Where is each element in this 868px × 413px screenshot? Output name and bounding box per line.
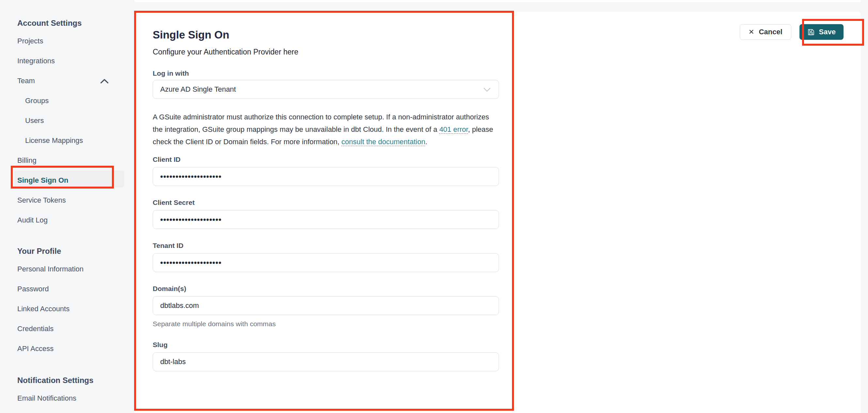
settings-sidebar: Account Settings Projects Integrations T…	[0, 0, 134, 413]
sidebar-item-personal-information[interactable]: Personal Information	[17, 265, 134, 285]
sidebar-item-label: License Mappings	[25, 136, 83, 145]
client-id-label: Client ID	[153, 155, 499, 164]
sidebar-heading-your-profile: Your Profile	[17, 246, 134, 256]
sidebar-item-label: Groups	[25, 97, 49, 105]
client-secret-input[interactable]	[153, 210, 499, 229]
main-content-card: ✕ Cancel Save Single Sign On Configure y…	[134, 12, 861, 413]
sidebar-item-label: Credentials	[17, 325, 54, 333]
client-secret-label: Client Secret	[153, 198, 499, 207]
chevron-down-icon	[484, 85, 491, 91]
sidebar-item-label: Billing	[17, 156, 36, 164]
sidebar-item-password[interactable]: Password	[17, 285, 134, 305]
slug-group: Slug	[153, 341, 499, 371]
save-floppy-icon	[807, 28, 815, 36]
account-settings-list: Projects Integrations Team Groups Users …	[17, 37, 134, 236]
sidebar-item-label: Integrations	[17, 57, 55, 65]
domains-helper-text: Separate multiple domains with commas	[153, 320, 499, 328]
link-consult-documentation[interactable]: consult the documentation	[341, 138, 425, 146]
slug-label: Slug	[153, 341, 499, 349]
tenant-id-label: Tenant ID	[153, 242, 499, 250]
sidebar-item-groups[interactable]: Groups	[17, 97, 134, 117]
sidebar-item-label: Email Notifications	[17, 394, 76, 402]
login-with-select[interactable]: Azure AD Single Tenant	[153, 80, 499, 99]
sidebar-item-label: Password	[17, 285, 49, 293]
tenant-id-group: Tenant ID	[153, 242, 499, 272]
notice-text: A GSuite administrator must authorize th…	[153, 113, 489, 133]
sidebar-item-label: Linked Accounts	[17, 305, 69, 313]
sidebar-item-label: Single Sign On	[17, 176, 68, 184]
sidebar-item-license-mappings[interactable]: License Mappings	[17, 137, 134, 157]
client-id-group: Client ID	[153, 155, 499, 186]
client-secret-group: Client Secret	[153, 198, 499, 229]
sidebar-item-users[interactable]: Users	[17, 117, 134, 137]
sidebar-item-linked-accounts[interactable]: Linked Accounts	[17, 305, 134, 325]
save-button[interactable]: Save	[800, 24, 843, 40]
sidebar-item-email-notifications[interactable]: Email Notifications	[17, 394, 134, 413]
slug-input[interactable]	[153, 352, 499, 371]
sidebar-item-api-access[interactable]: API Access	[17, 345, 134, 365]
sidebar-item-label: Audit Log	[17, 216, 48, 224]
sidebar-item-label: Personal Information	[17, 265, 84, 273]
your-profile-list: Personal Information Password Linked Acc…	[17, 265, 134, 365]
sidebar-item-team[interactable]: Team	[17, 77, 108, 97]
client-id-input[interactable]	[153, 167, 499, 186]
sidebar-item-label: API Access	[17, 345, 54, 353]
sidebar-item-credentials[interactable]: Credentials	[17, 325, 134, 345]
form-action-bar: ✕ Cancel Save	[740, 24, 843, 40]
gsuite-notice: A GSuite administrator must authorize th…	[153, 111, 499, 148]
save-button-label: Save	[819, 28, 836, 36]
domains-label: Domain(s)	[153, 284, 499, 293]
sidebar-item-service-tokens[interactable]: Service Tokens	[17, 196, 134, 216]
chevron-up-icon[interactable]	[100, 77, 108, 86]
domains-group: Domain(s) Separate multiple domains with…	[153, 284, 499, 328]
sidebar-item-label: Team	[17, 77, 35, 85]
cancel-button[interactable]: ✕ Cancel	[740, 24, 791, 40]
notification-settings-list: Email Notifications	[17, 394, 134, 413]
top-navbar-remnant	[134, 0, 861, 2]
login-with-selected-value: Azure AD Single Tenant	[160, 85, 236, 94]
link-401-error[interactable]: 401 error	[439, 125, 468, 133]
page-title: Single Sign On	[153, 28, 499, 41]
sidebar-heading-notification-settings: Notification Settings	[17, 376, 134, 385]
login-with-label: Log in with	[153, 69, 499, 77]
domains-input[interactable]	[153, 296, 499, 315]
sidebar-item-audit-log[interactable]: Audit Log	[17, 216, 134, 236]
sidebar-heading-account-settings: Account Settings	[17, 18, 134, 28]
sidebar-item-single-sign-on[interactable]: Single Sign On	[17, 177, 134, 196]
page-subtitle: Configure your Authentication Provider h…	[153, 47, 499, 57]
close-x-icon: ✕	[749, 28, 754, 36]
sidebar-item-label: Service Tokens	[17, 196, 66, 204]
tenant-id-input[interactable]	[153, 253, 499, 272]
sidebar-item-integrations[interactable]: Integrations	[17, 57, 134, 77]
notice-text: .	[425, 138, 427, 146]
cancel-button-label: Cancel	[759, 28, 782, 36]
sidebar-item-label: Users	[25, 117, 44, 125]
sidebar-item-label: Projects	[17, 37, 43, 45]
sidebar-item-projects[interactable]: Projects	[17, 37, 134, 57]
